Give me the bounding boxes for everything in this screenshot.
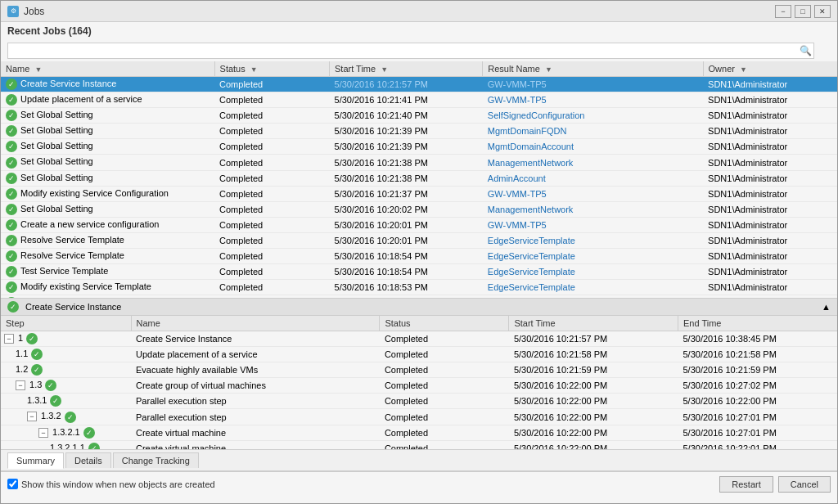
job-status-cell: Completed [214,201,329,217]
detail-table-container[interactable]: Step Name Status Start Time End Time − 1… [1,316,837,449]
table-row[interactable]: ✓Modify existing Service ConfigurationCo… [1,186,837,201]
tab-details[interactable]: Details [65,452,111,468]
job-result-cell: GW-VMM-TP5 [483,217,703,232]
table-row[interactable]: ✓Set Global SettingCompleted5/30/2016 10… [1,170,837,186]
jobs-table: Name ▼ Status ▼ Start Time ▼ Result Name… [1,61,837,299]
detail-status-cell: Completed [380,394,509,409]
job-owner-cell: SDN1\Administrator [703,155,837,170]
detail-start-cell: 5/30/2016 10:21:59 PM [509,362,678,378]
job-result-cell: EdgeServiceTemplate [483,264,703,280]
search-input[interactable] [7,43,814,59]
title-bar-controls: − □ ✕ [775,5,831,18]
detail-row[interactable]: − 1.3.2✓Parallel execution stepCompleted… [1,409,837,425]
detail-name-cell: Parallel execution step [131,409,380,425]
job-status-cell: Completed [214,280,329,295]
col-header-name[interactable]: Name ▼ [1,61,214,77]
job-status-icon: ✓ [6,173,17,184]
detail-status-icon: ✓ [31,349,43,360]
detail-step-cell: 1.3.2.1.1✓ [1,440,131,449]
job-name-text: Create a new service configuration [20,219,159,229]
detail-end-cell: 5/30/2016 10:22:01 PM [678,440,838,449]
col-header-status[interactable]: Status ▼ [214,61,329,77]
detail-row[interactable]: − 1.3✓Create group of virtual machinesCo… [1,378,837,394]
restore-button[interactable]: □ [795,5,811,18]
job-name-cell: ✓Resolve Service Template [1,249,214,264]
detail-col-header-step[interactable]: Step [1,316,131,331]
job-name-cell: ✓Resolve Service Template [1,232,214,248]
detail-col-header-status[interactable]: Status [380,316,509,331]
detail-end-cell: 5/30/2016 10:21:58 PM [678,347,838,362]
table-row[interactable]: ✓Test Service TemplateCompleted5/30/2016… [1,264,837,280]
job-result-cell: SelfSignedConfiguration [483,108,703,124]
detail-status-cell: Completed [380,440,509,449]
table-row[interactable]: ✓Create a new service configurationCompl… [1,217,837,232]
tab-change-tracking[interactable]: Change Tracking [113,452,199,468]
detail-collapse-icon[interactable]: ▲ [822,302,831,312]
minimize-button[interactable]: − [775,5,791,18]
tabs-bar: Summary Details Change Tracking [1,450,837,471]
col-header-owner[interactable]: Owner ▼ [703,61,837,77]
table-row[interactable]: ✓Set Global SettingCompleted5/30/2016 10… [1,201,837,217]
job-name-text: Set Global Setting [20,156,93,166]
show-window-checkbox[interactable] [7,479,18,489]
job-status-icon: ✓ [6,266,17,277]
table-row[interactable]: ✓Update placement of a serviceCompleted5… [1,92,837,108]
job-result-cell: GW-VMM-TP5 [483,186,703,201]
detail-end-cell: 5/30/2016 10:27:01 PM [678,425,838,440]
job-status-icon: ✓ [6,250,17,262]
job-status-cell: Completed [214,232,329,248]
job-status-icon: ✓ [6,79,17,90]
jobs-table-container[interactable]: Name ▼ Status ▼ Start Time ▼ Result Name… [1,61,837,299]
job-name-text: Resolve Service Template [20,235,124,245]
detail-row[interactable]: 1.3.1✓Parallel execution stepCompleted5/… [1,394,837,409]
job-starttime-cell: 5/30/2016 10:20:01 PM [330,232,483,248]
col-header-result[interactable]: Result Name ▼ [483,61,703,77]
job-status-icon: ✓ [6,141,17,152]
expand-icon[interactable]: − [27,412,37,421]
job-status-cell: Completed [214,77,329,92]
job-result-cell: MgmtDomainAccount [483,139,703,155]
detail-row[interactable]: − 1.3.2.1✓Create virtual machineComplete… [1,425,837,440]
detail-start-cell: 5/30/2016 10:22:00 PM [509,394,678,409]
job-name-cell: ✓Set Global Setting [1,201,214,217]
job-name-text: Update placement of a service [20,94,142,104]
table-row[interactable]: ✓Set Global SettingCompleted5/30/2016 10… [1,139,837,155]
job-status-icon: ✓ [6,94,17,106]
detail-status-cell: Completed [380,347,509,362]
job-result-cell: ManagementNetwork [483,201,703,217]
table-row[interactable]: ✓Create Service InstanceCompleted5/30/20… [1,77,837,92]
detail-step-cell: − 1✓ [1,331,131,347]
table-row[interactable]: ✓Set Global SettingCompleted5/30/2016 10… [1,108,837,124]
detail-row[interactable]: 1.2✓Evacuate highly available VMsComplet… [1,362,837,378]
job-name-cell: ✓Modify existing Service Template [1,280,214,295]
detail-col-header-end[interactable]: End Time [678,316,838,331]
job-name-text: Test Service Template [20,266,108,276]
close-button[interactable]: ✕ [814,5,831,18]
table-row[interactable]: ✓Modify existing Service TemplateComplet… [1,280,837,295]
detail-status-cell: Completed [380,378,509,394]
detail-col-header-start[interactable]: Start Time [509,316,678,331]
table-row[interactable]: ✓Resolve Service TemplateCompleted5/30/2… [1,249,837,264]
cancel-button[interactable]: Cancel [778,476,831,493]
job-starttime-cell: 5/30/2016 10:21:38 PM [330,170,483,186]
col-header-starttime[interactable]: Start Time ▼ [330,61,483,77]
table-row[interactable]: ✓Resolve Service TemplateCompleted5/30/2… [1,232,837,248]
table-row[interactable]: ✓Set Global SettingCompleted5/30/2016 10… [1,124,837,139]
restart-button[interactable]: Restart [719,476,773,493]
search-icon[interactable]: 🔍 [800,45,812,56]
tab-summary[interactable]: Summary [7,452,64,469]
detail-row[interactable]: − 1✓Create Service InstanceCompleted5/30… [1,331,837,347]
show-window-checkbox-label[interactable]: Show this window when new objects are cr… [7,479,215,489]
table-row[interactable]: ✓Set Global SettingCompleted5/30/2016 10… [1,155,837,170]
detail-row[interactable]: 1.1✓Update placement of a serviceComplet… [1,347,837,362]
expand-icon[interactable]: − [16,380,25,390]
detail-col-header-name[interactable]: Name [131,316,380,331]
detail-row[interactable]: 1.3.2.1.1✓Create virtual machineComplete… [1,440,837,449]
job-owner-cell: SDN1\Administrator [703,77,837,92]
detail-table: Step Name Status Start Time End Time − 1… [1,316,837,449]
expand-icon[interactable]: − [38,428,48,438]
expand-icon[interactable]: − [4,334,14,344]
job-starttime-cell: 5/30/2016 10:18:54 PM [330,249,483,264]
detail-start-cell: 5/30/2016 10:22:00 PM [509,378,678,394]
detail-start-cell: 5/30/2016 10:21:57 PM [509,331,678,347]
